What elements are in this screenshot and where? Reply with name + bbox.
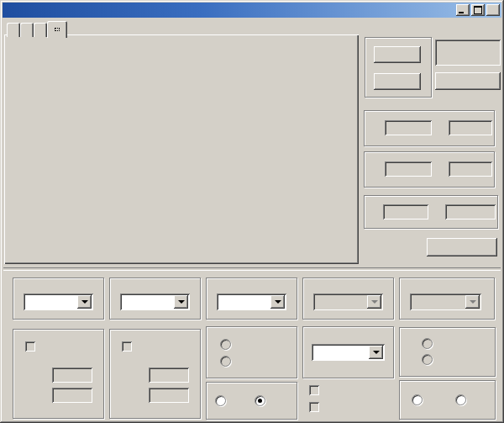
peak-checkbox (309, 385, 323, 395)
direction-of-axis-group (399, 327, 496, 377)
stop-button[interactable] (374, 73, 421, 90)
freq-axis-group (206, 326, 297, 378)
channels-1ch-radio[interactable] (215, 395, 230, 406)
correlation-tab-page (4, 34, 359, 264)
checkbox-icon (309, 385, 319, 395)
freq-range-group (13, 329, 104, 419)
dropdown-arrow-icon[interactable] (369, 346, 383, 359)
sampling-rate-group (13, 278, 104, 320)
maximize-icon (474, 6, 482, 14)
frequency-l-field (385, 161, 432, 177)
close-button[interactable] (486, 4, 500, 16)
radio-icon[interactable] (255, 395, 265, 406)
level-l-field (385, 120, 432, 135)
time-window-group (206, 278, 297, 320)
number-of-data-select (410, 293, 481, 310)
correlation-acf-radio[interactable] (412, 394, 427, 405)
device-name-box (435, 40, 501, 66)
dropdown-arrow-icon (367, 295, 381, 309)
correlation-ccf-radio[interactable] (455, 394, 470, 405)
calibration-button[interactable] (435, 72, 501, 90)
input-group (365, 37, 432, 98)
checkbox-icon (122, 341, 132, 352)
dropdown-arrow-icon[interactable] (77, 295, 92, 309)
smoothing-group (302, 278, 394, 320)
resolution-t-field (445, 204, 496, 219)
minimize-button[interactable] (456, 4, 470, 16)
frequency-group (364, 151, 495, 188)
freq-weighting-select[interactable] (312, 344, 385, 361)
level-range-automatic-checkbox (122, 341, 136, 352)
minimize-icon (459, 12, 464, 13)
start-button[interactable] (374, 46, 421, 63)
time-window-select[interactable] (217, 293, 286, 310)
freq-range-automatic-checkbox (25, 341, 39, 352)
dropdown-arrow-icon[interactable] (270, 295, 285, 309)
channels-group (206, 382, 297, 420)
checkbox-icon (25, 341, 35, 352)
tab-spectrum[interactable] (7, 23, 20, 37)
title-bar[interactable] (3, 3, 501, 18)
freq-range-lower-field (52, 388, 92, 403)
tab-1-3-octave[interactable] (20, 23, 34, 37)
dropdown-arrow-icon[interactable] (174, 295, 188, 309)
freq-weighting-group (302, 326, 394, 378)
radio-icon (220, 356, 231, 367)
fft-size-select[interactable] (120, 293, 190, 310)
level-range-lower-field (149, 388, 189, 403)
direction-forward-radio (422, 338, 437, 349)
dropdown-arrow-icon (465, 295, 480, 309)
app-window (0, 0, 504, 423)
sampling-rate-select[interactable] (24, 293, 93, 310)
freq-axis-logarithm-radio (220, 339, 235, 350)
checkbox-icon (309, 402, 319, 412)
maximize-button[interactable] (471, 4, 485, 16)
frequency-r-field (449, 161, 492, 177)
level-range-group (109, 329, 201, 419)
level-r-field (449, 120, 492, 135)
radio-icon[interactable] (412, 394, 423, 405)
radio-icon[interactable] (215, 395, 226, 406)
level-group (364, 110, 495, 146)
exit-button[interactable] (427, 238, 497, 256)
channels-2ch-radio[interactable] (255, 395, 270, 406)
correlation-chart (4, 34, 359, 262)
correlation-group (399, 380, 496, 420)
freq-range-upper-field (52, 367, 92, 383)
smoothing-select (313, 293, 383, 310)
resolution-group (364, 195, 498, 229)
radio-icon (220, 339, 231, 350)
tab-correlation[interactable] (47, 21, 67, 38)
radio-icon[interactable] (455, 394, 466, 405)
direction-backward-radio (422, 354, 437, 365)
resolution-f-field (383, 204, 428, 219)
section-divider (3, 267, 501, 271)
tab-strip (7, 21, 67, 37)
number-of-data-group (399, 278, 495, 320)
freq-axis-linear-radio (220, 356, 235, 367)
radio-icon (422, 338, 433, 349)
fft-size-group (109, 278, 201, 320)
tab-waterfall[interactable] (34, 23, 47, 37)
peak-hold-checkbox (309, 402, 323, 412)
radio-icon (422, 354, 433, 365)
level-range-upper-field (149, 367, 189, 383)
